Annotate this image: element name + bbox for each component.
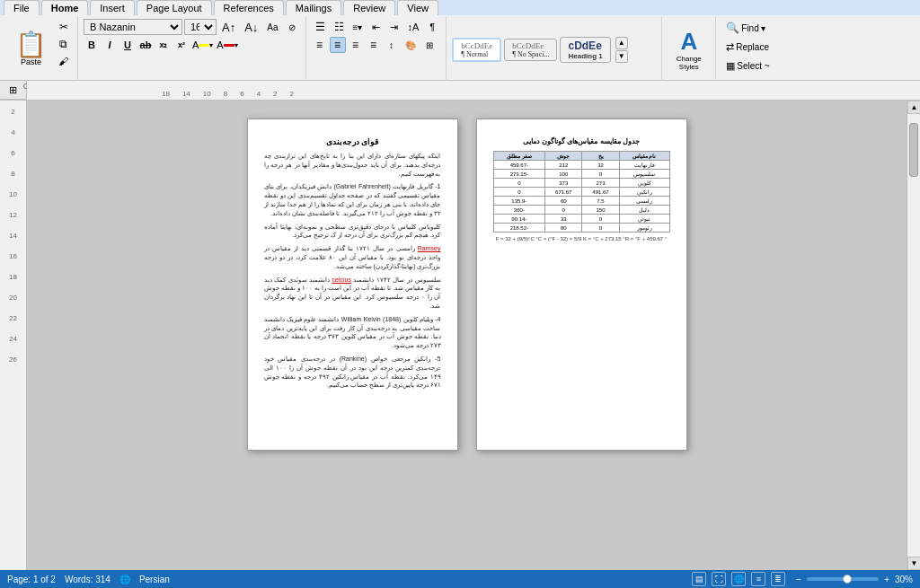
web-layout-button[interactable]: 🌐 <box>731 572 746 586</box>
change-case-button[interactable]: Aa <box>263 19 281 35</box>
format-painter-button[interactable]: 🖌 <box>55 53 72 69</box>
strikethrough-button[interactable]: ab <box>137 37 154 53</box>
change-styles-label: ChangeStyles <box>677 56 702 72</box>
tab-insert[interactable]: Insert <box>90 0 135 15</box>
page1-para-2: کلیویاس کلبیاس با درجای دقیق‌تری سطحی و … <box>264 223 441 241</box>
horizontal-ruler: ruler ticks 18 14 10 8 6 4 2 2 <box>27 81 920 100</box>
style-normal-button[interactable]: bCcDdEe ¶ Normal <box>452 38 501 62</box>
font-name-select[interactable]: B Nazanin <box>84 19 182 35</box>
table-caption: ° F = 32 + (9/5)°C °C = (°F - 32) × 5/9 … <box>493 236 670 241</box>
font-color-button[interactable]: A ▾ <box>216 39 238 51</box>
tab-mailings[interactable]: Mailings <box>286 0 341 15</box>
find-button[interactable]: 🔍 Find ▾ <box>721 19 770 37</box>
line-spacing-button[interactable]: ↕ <box>384 37 400 53</box>
show-hide-button[interactable]: ¶ <box>424 19 440 35</box>
status-bar: Page: 1 of 2 Words: 314 🌐 Persian ▤ ⛶ 🌐 … <box>0 570 920 588</box>
style-scroll: ▲ ▼ <box>615 37 628 63</box>
copy-button[interactable]: ⧉ <box>55 36 72 52</box>
align-center-button[interactable]: ≡ <box>330 37 346 53</box>
select-button[interactable]: ▦ Select ~ <box>721 57 774 75</box>
page1-para-6: 5- رانکین مرجعی خواص (Rankine) در درجه‌ب… <box>264 355 441 390</box>
font-color-dropdown-icon[interactable]: ▾ <box>234 41 238 49</box>
style-nospacing-label: bCcDdEe <box>512 41 549 50</box>
table-header-row: نام مقیاس یخ جوش صفر مطلق <box>493 152 669 161</box>
table-row: رئومور080-218.52 <box>493 224 669 233</box>
page1-para-4: سلسیوس در سال ۱۷۴۲ دانشمند celcius دانشم… <box>264 276 441 311</box>
highlight-color-bar <box>199 44 209 47</box>
print-layout-button[interactable]: ▤ <box>692 572 706 586</box>
scroll-down-button[interactable]: ▼ <box>907 557 920 570</box>
justify-button[interactable]: ≡ <box>366 37 382 53</box>
multilevel-list-button[interactable]: ≡▾ <box>349 19 367 35</box>
clear-format-button[interactable]: ⊘ <box>284 19 300 35</box>
subscript-button[interactable]: x₂ <box>155 37 172 53</box>
col-absz: صفر مطلق <box>493 152 545 161</box>
underline-button[interactable]: U <box>119 37 136 53</box>
ruler-container: ⊞ ruler ticks 18 14 10 8 6 4 2 2 <box>0 81 920 101</box>
language-icon: 🌐 <box>119 575 130 584</box>
style-heading1-label: cDdEe <box>568 39 602 52</box>
align-right-button[interactable]: ≡ <box>348 37 364 53</box>
decrease-font-button[interactable]: A↓ <box>241 19 261 35</box>
style-scroll-down[interactable]: ▼ <box>615 50 628 63</box>
align-left-button[interactable]: ≡ <box>312 37 328 53</box>
replace-icon: ⇄ <box>726 41 734 53</box>
table-row: سلسیوس0100-273.15 <box>493 170 669 179</box>
zoom-thumb[interactable] <box>843 575 852 584</box>
style-scroll-up[interactable]: ▲ <box>615 37 628 49</box>
bullets-button[interactable]: ☰ <box>312 19 329 35</box>
draft-button[interactable]: ≣ <box>771 572 785 586</box>
numbering-button[interactable]: ☷ <box>331 19 348 35</box>
ribbon: File Home Insert Page Layout References … <box>0 0 920 81</box>
tab-file[interactable]: File <box>4 0 40 15</box>
shading-button[interactable]: 🎨 <box>402 37 420 53</box>
outline-button[interactable]: ≡ <box>751 572 765 586</box>
replace-button[interactable]: ⇄ Replace <box>721 39 774 56</box>
page1-para-5: 4- ویلیام کلوین William Kelvin (1848) دا… <box>264 315 441 350</box>
style-nospacing-button[interactable]: bCcDdEe ¶ No Spaci... <box>504 39 557 61</box>
change-styles-icon: A <box>680 28 697 56</box>
font-size-select[interactable]: 16 <box>184 19 217 35</box>
style-heading1-button[interactable]: cDdEe Heading 1 <box>560 37 610 63</box>
page1-para-1: 1- گابریل فارنهایت (Gabriel Fahrenheit) … <box>264 182 441 217</box>
tab-view[interactable]: View <box>397 0 438 15</box>
italic-button[interactable]: I <box>102 37 118 53</box>
main-area: 2 4 6 8 10 12 14 16 18 20 22 24 26 قوای … <box>0 101 920 570</box>
comparison-table: نام مقیاس یخ جوش صفر مطلق فارنهایت32212-… <box>493 151 670 233</box>
table-row: رامسی7.560-135.9 <box>493 197 669 206</box>
vertical-scrollbar[interactable]: ▲ ▼ <box>907 101 920 570</box>
highlight-dropdown-icon[interactable]: ▾ <box>209 41 213 49</box>
table-row: نیوتن033-90.14 <box>493 215 669 224</box>
scroll-up-button[interactable]: ▲ <box>907 101 920 114</box>
zoom-level: 30% <box>895 575 913 584</box>
word-count: Words: 314 <box>65 575 111 584</box>
borders-button[interactable]: ⊞ <box>421 37 438 53</box>
increase-indent-button[interactable]: ⇥ <box>385 19 402 35</box>
scrollbar-thumb[interactable] <box>909 123 918 177</box>
scrollbar-track[interactable] <box>907 114 920 557</box>
tab-review[interactable]: Review <box>343 0 395 15</box>
cut-button[interactable]: ✂ <box>55 19 72 35</box>
document-area[interactable]: قوای درجه‌بندی اینکه پیکهای ستاره‌ای دار… <box>27 101 907 570</box>
font-color-icon: A <box>217 39 223 50</box>
page1-para-0: اینکه پیکهای ستاره‌ای دارای این بنا را ب… <box>264 152 441 178</box>
zoom-slider[interactable] <box>807 577 879 581</box>
superscript-button[interactable]: x² <box>173 37 190 53</box>
zoom-minus-button[interactable]: − <box>796 575 801 584</box>
full-screen-button[interactable]: ⛶ <box>712 572 726 586</box>
increase-font-button[interactable]: A↑ <box>218 19 239 35</box>
sort-button[interactable]: ↕A <box>403 19 422 35</box>
text-highlight-button[interactable]: A ▾ <box>191 39 214 51</box>
paste-button[interactable]: 📋 Paste <box>9 28 53 71</box>
bold-button[interactable]: B <box>84 37 100 53</box>
col-ice: یخ <box>582 152 619 161</box>
change-styles-button[interactable]: A ChangeStyles <box>672 23 706 76</box>
page-1: قوای درجه‌بندی اینکه پیکهای ستاره‌ای دار… <box>247 118 458 451</box>
tab-page-layout[interactable]: Page Layout <box>137 0 212 15</box>
tab-references[interactable]: References <box>214 0 284 15</box>
font-color-bar <box>224 44 234 47</box>
zoom-plus-button[interactable]: + <box>884 575 889 584</box>
col-scale: نام مقیاس <box>619 152 669 161</box>
tab-home[interactable]: Home <box>41 0 89 15</box>
decrease-indent-button[interactable]: ⇤ <box>367 19 384 35</box>
